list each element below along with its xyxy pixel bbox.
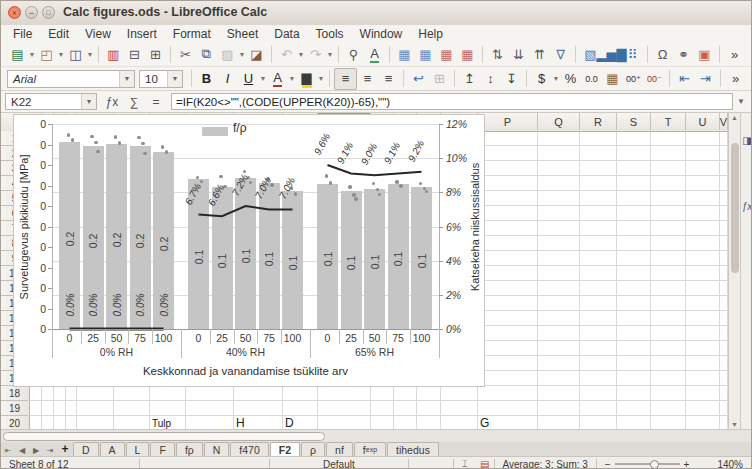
name-box[interactable]: K22 ▼ bbox=[5, 93, 97, 110]
sheet-tab-N[interactable]: N bbox=[204, 442, 230, 456]
column-header-S[interactable]: S bbox=[617, 113, 651, 130]
formula-input[interactable]: =IF(K20<>"",(CODE(UPPER(K20))-65),"") bbox=[171, 93, 733, 110]
highlight-color-button-button[interactable]: ▆ bbox=[296, 69, 317, 89]
delete-decimal-button-button[interactable]: 00⁻ bbox=[644, 69, 665, 89]
align-bottom-button-button[interactable]: ↧ bbox=[501, 69, 522, 89]
column-header-T[interactable]: T bbox=[651, 113, 686, 130]
menu-sheet[interactable]: Sheet bbox=[219, 26, 266, 42]
zoom-in-icon[interactable]: + bbox=[684, 459, 690, 469]
insert-chart-button[interactable]: ▂▅▇ bbox=[601, 44, 622, 64]
sheet-tab-fρ[interactable]: fρ bbox=[176, 442, 203, 456]
column-header-Q[interactable]: Q bbox=[538, 113, 580, 130]
menu-edit[interactable]: Edit bbox=[40, 26, 77, 42]
align-center-button-button[interactable]: ≡ bbox=[357, 69, 378, 89]
next-sheet-icon[interactable]: ▶ bbox=[29, 446, 43, 456]
sum-icon[interactable]: ∑ bbox=[123, 95, 145, 109]
copy-button[interactable]: ⧉ bbox=[196, 44, 217, 64]
menu-insert[interactable]: Insert bbox=[119, 26, 165, 42]
title-bar[interactable]: × − □ Calc figures.ods - LibreOffice Cal… bbox=[1, 1, 752, 26]
new-button[interactable]: ▤ bbox=[7, 44, 28, 64]
row-header-20[interactable]: 20 bbox=[1, 416, 28, 429]
redo-dropdown-icon[interactable]: ▼ bbox=[326, 51, 334, 58]
currency-button-dropdown-icon[interactable]: ▼ bbox=[552, 75, 560, 82]
sheet-tab-tihedus[interactable]: tihedus bbox=[387, 442, 439, 456]
sheet-tab-nf[interactable]: nf bbox=[326, 442, 353, 456]
embedded-chart[interactable]: 0000000000012%10%8%6%4%2%0%0.20.20.20.20… bbox=[13, 114, 485, 387]
equals-icon[interactable]: = bbox=[145, 95, 167, 109]
print-preview-button[interactable]: ⊞ bbox=[145, 44, 166, 64]
underline-button-button[interactable]: U bbox=[238, 69, 259, 89]
undo-dropdown-icon[interactable]: ▼ bbox=[297, 51, 305, 58]
save-button[interactable]: ◫ bbox=[65, 44, 86, 64]
zoom-out-icon[interactable]: − bbox=[605, 459, 611, 469]
font-name-combobox[interactable]: Arial▼ bbox=[7, 70, 135, 88]
zoom-slider[interactable]: − + bbox=[597, 459, 698, 469]
highlight-color-button-dropdown-icon[interactable]: ▼ bbox=[317, 75, 325, 82]
name-box-dropdown-icon[interactable]: ▼ bbox=[81, 94, 96, 109]
hyperlink-button[interactable]: ⚭ bbox=[673, 44, 694, 64]
print-button[interactable]: ⊟ bbox=[124, 44, 145, 64]
special-character-button[interactable]: Ω bbox=[652, 44, 673, 64]
function-wizard-icon[interactable]: ƒx bbox=[101, 95, 123, 109]
sort-button[interactable]: ⇅ bbox=[487, 44, 508, 64]
column-header-P[interactable]: P bbox=[478, 113, 538, 130]
open-button[interactable]: ◰ bbox=[36, 44, 57, 64]
sheet-tab-fexp[interactable]: fexp bbox=[354, 442, 386, 456]
italic-button-button[interactable]: I bbox=[217, 69, 238, 89]
cut-button[interactable]: ✂ bbox=[175, 44, 196, 64]
insert-pivot-button[interactable]: ⠿ bbox=[622, 44, 643, 64]
vertical-scrollbar-thumb[interactable] bbox=[731, 143, 739, 273]
delete-row-button[interactable]: ▦ bbox=[436, 44, 457, 64]
decrease-indent-button-button[interactable]: ⇤ bbox=[674, 69, 695, 89]
sheet-tab-F[interactable]: F bbox=[150, 442, 174, 456]
align-top-button-button[interactable]: ↥ bbox=[459, 69, 480, 89]
font-name-dropdown-icon[interactable]: ▼ bbox=[119, 71, 134, 87]
scroll-down-icon[interactable]: ▼ bbox=[729, 421, 740, 428]
center-vertically-button-button[interactable]: ↕ bbox=[480, 69, 501, 89]
sort-descending-button[interactable]: ⇈ bbox=[529, 44, 550, 64]
wrap-text-button-button[interactable]: ↩ bbox=[408, 69, 429, 89]
menu-help[interactable]: Help bbox=[410, 26, 451, 42]
align-left-button-button[interactable]: ≡ bbox=[334, 68, 357, 90]
font-color-button-dropdown-icon[interactable]: ▼ bbox=[288, 75, 296, 82]
scroll-up-icon[interactable]: ▲ bbox=[729, 114, 740, 121]
save-dropdown-icon[interactable]: ▼ bbox=[86, 51, 94, 58]
insert-row-button[interactable]: ▦ bbox=[394, 44, 415, 64]
cell-P20[interactable]: G bbox=[480, 416, 489, 429]
column-header-R[interactable]: R bbox=[580, 113, 617, 130]
expand-formula-bar-icon[interactable]: ▼ bbox=[733, 97, 749, 106]
horizontal-scrollbar[interactable] bbox=[1, 429, 752, 442]
underline-button-dropdown-icon[interactable]: ▼ bbox=[259, 75, 267, 82]
export-pdf-button[interactable]: ▥ bbox=[103, 44, 124, 64]
cell-I20[interactable]: H bbox=[236, 416, 245, 429]
percent-button-button[interactable]: % bbox=[560, 69, 581, 89]
sheet-tab-A[interactable]: A bbox=[100, 442, 125, 456]
currency-button-button[interactable]: $ bbox=[531, 69, 552, 89]
cell-G20[interactable]: Tulp bbox=[152, 416, 171, 429]
maximize-icon[interactable]: □ bbox=[42, 6, 55, 19]
toolbar-overflow-button[interactable]: » bbox=[724, 44, 745, 64]
spelling-button[interactable]: A bbox=[364, 44, 385, 64]
sidebar-properties-icon[interactable]: ◨ bbox=[741, 135, 752, 146]
sheet-tab-D[interactable]: D bbox=[73, 442, 99, 456]
increase-indent-button-button[interactable]: ⇥ bbox=[695, 69, 716, 89]
clone-formatting-button[interactable]: ◪ bbox=[246, 44, 267, 64]
font-size-dropdown-icon[interactable]: ▼ bbox=[167, 71, 182, 87]
add-decimal-button-button[interactable]: 00⁺ bbox=[623, 69, 644, 89]
vertical-scrollbar[interactable]: ▲ ▼ bbox=[728, 113, 740, 429]
sheet-tab-ρ[interactable]: ρ bbox=[301, 442, 325, 456]
minimize-icon[interactable]: − bbox=[25, 6, 38, 19]
bold-button-button[interactable]: B bbox=[196, 69, 217, 89]
find-replace-button[interactable]: ⚲ bbox=[343, 44, 364, 64]
delete-column-button[interactable]: ▦ bbox=[457, 44, 478, 64]
cell-J20[interactable]: D bbox=[285, 416, 294, 429]
previous-sheet-icon[interactable]: ◀ bbox=[15, 446, 29, 456]
insert-column-button[interactable]: ▦ bbox=[415, 44, 436, 64]
sheet-tab-f470[interactable]: f470 bbox=[230, 442, 268, 456]
close-icon[interactable]: × bbox=[8, 6, 21, 19]
row-header-19[interactable]: 19 bbox=[1, 401, 28, 416]
toolbar2-overflow-button[interactable]: » bbox=[725, 69, 746, 89]
font-size-combobox[interactable]: 10▼ bbox=[139, 70, 183, 88]
last-sheet-icon[interactable]: ⇥ bbox=[43, 446, 57, 456]
sidebar-functions-icon[interactable]: ƒx bbox=[741, 201, 752, 212]
